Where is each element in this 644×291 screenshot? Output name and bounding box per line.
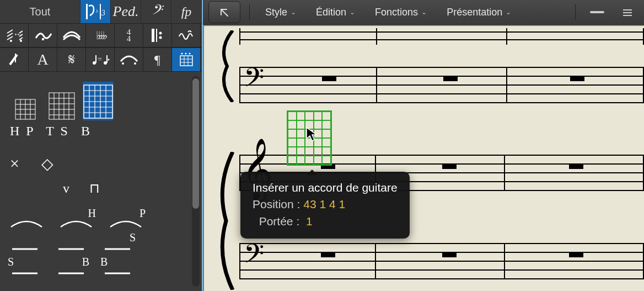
slur-p[interactable]: P <box>109 217 142 229</box>
chord-grid-medium[interactable] <box>46 82 77 120</box>
nav-up-button[interactable] <box>208 1 240 23</box>
palette-scrollbar[interactable] <box>192 76 200 287</box>
tool-slur-tuplet[interactable] <box>115 48 143 71</box>
bass-clef-icon: 𝄢 <box>244 239 264 276</box>
svg-rect-9 <box>156 29 157 42</box>
chord-labels: H P T S B <box>10 124 192 139</box>
tool-slash[interactable] <box>0 48 29 71</box>
menu-fonctions-label: Fonctions <box>375 7 418 18</box>
menu-style-label: Style <box>265 7 287 18</box>
menu-style[interactable]: Style ⌄ <box>259 4 303 20</box>
symbol-diamond[interactable]: ◇ <box>41 155 53 173</box>
svg-point-10 <box>159 32 162 35</box>
svg-point-28 <box>185 52 186 54</box>
tool-repeat[interactable] <box>143 24 172 47</box>
tooltip-title: Insérer un accord de guitare <box>253 179 398 196</box>
view-mode-1[interactable] <box>584 6 610 19</box>
tool-tremolo[interactable]: ↔ <box>0 24 29 47</box>
svg-point-29 <box>189 52 190 54</box>
view-mode-2[interactable] <box>616 6 638 19</box>
slur-section: H P <box>10 213 192 278</box>
bass-clef-icon: 𝄢 <box>244 62 264 100</box>
svg-rect-8 <box>152 29 154 42</box>
svg-point-7 <box>41 38 44 40</box>
tool-trill[interactable] <box>172 24 201 47</box>
tab-tout[interactable]: Tout <box>0 0 80 23</box>
svg-rect-22 <box>180 56 192 66</box>
turn-icon <box>34 29 52 41</box>
clef-compound-icon: ♭ 3 <box>86 4 105 19</box>
tab-dynamics[interactable]: fp <box>171 0 202 23</box>
slur-plain-2[interactable] <box>10 241 40 253</box>
menu-presentation[interactable]: Présentation ⌄ <box>440 4 518 20</box>
toolbox-row-2: A 𝄋 = ¶ <box>0 47 202 72</box>
slur-plain-3[interactable] <box>56 241 86 253</box>
arrow-up-left-icon <box>219 7 229 17</box>
flats-icon: ♭♭♭♭ <box>96 29 105 42</box>
app-root: Tout ♭ 3 Ped. 𝄢 fp <box>0 0 644 291</box>
score-toolbar: Style ⌄ Édition ⌄ Fonctions ⌄ Présentati… <box>203 0 644 25</box>
repeat-bar-icon <box>151 28 165 43</box>
tool-timesig[interactable]: 44 <box>115 24 143 47</box>
fp-icon: fp <box>181 4 192 19</box>
tool-segno[interactable]: 𝄋 <box>57 48 86 71</box>
menu-edition[interactable]: Édition ⌄ <box>309 4 362 20</box>
slur-h-letter: H <box>88 207 96 220</box>
view-lines-icon <box>590 8 604 17</box>
segno-icon: 𝄋 <box>68 51 75 69</box>
brace-icon <box>214 152 236 290</box>
score-canvas[interactable]: 𝄢 𝄞 𝄢 <box>203 25 644 291</box>
staff: 𝄢 <box>239 243 644 279</box>
symbol-downbow[interactable]: ⊓ <box>89 181 100 196</box>
chord-grid-icon <box>49 89 75 120</box>
tool-paragraph[interactable]: ¶ <box>143 48 172 71</box>
tool-keysig[interactable]: ♭♭♭♭ <box>86 24 115 47</box>
svg-rect-2 <box>100 4 101 19</box>
symbol-upbow[interactable]: v <box>63 181 69 196</box>
svg-text:♭: ♭ <box>95 8 98 14</box>
tab-clefs[interactable]: ♭ 3 <box>80 0 111 23</box>
svg-point-11 <box>159 36 162 39</box>
tool-text[interactable]: A <box>29 48 57 71</box>
slur-b-letter: B <box>82 256 89 268</box>
tab-pedal[interactable]: Ped. <box>111 0 141 23</box>
tool-dynamic-curve[interactable] <box>57 24 86 47</box>
toolbox-row-1: ↔ ♭♭♭♭ 44 <box>0 23 202 47</box>
slur-s-letter: S <box>8 256 14 268</box>
tool-turn[interactable] <box>29 24 57 47</box>
svg-point-6 <box>20 40 22 42</box>
inspector-panel: Tout ♭ 3 Ped. 𝄢 fp <box>0 0 203 291</box>
dyn-curve-icon <box>62 30 81 41</box>
svg-point-4 <box>10 40 12 42</box>
slur-s2[interactable]: S <box>10 266 40 278</box>
chord-size-row <box>10 82 192 120</box>
svg-point-20 <box>122 62 124 65</box>
slur-h[interactable]: H <box>60 217 93 229</box>
symbol-x[interactable]: × <box>10 154 19 173</box>
slur-p-letter: P <box>139 207 146 220</box>
tooltip-staff-value: 1 <box>306 213 313 230</box>
palette-scroll-thumb[interactable] <box>192 78 199 209</box>
pilcrow-icon: ¶ <box>154 52 160 67</box>
svg-point-21 <box>134 62 136 65</box>
score-panel: Style ⌄ Édition ⌄ Fonctions ⌄ Présentati… <box>203 0 644 291</box>
chord-grid-small[interactable] <box>10 82 41 120</box>
bass-clef-icon: 𝄢 <box>151 2 162 22</box>
slur-tuplet-icon <box>120 54 138 66</box>
tool-swing[interactable]: = <box>86 48 115 71</box>
text-a-icon: A <box>37 51 48 68</box>
slur-s1[interactable]: S <box>103 241 132 253</box>
slur-plain-1[interactable] <box>10 217 43 229</box>
slur-b2[interactable]: B <box>103 266 132 278</box>
menu-fonctions[interactable]: Fonctions ⌄ <box>368 4 433 20</box>
timesig-icon: 44 <box>127 29 131 42</box>
chord-grid-drag-preview[interactable] <box>287 110 332 166</box>
svg-line-12 <box>10 55 17 65</box>
palette-holder: H P T S B × ◇ v ⊓ H <box>0 72 202 291</box>
view-text-icon <box>622 8 633 17</box>
slur-b1[interactable]: B <box>56 266 86 278</box>
chord-grid-large[interactable] <box>83 82 114 120</box>
tab-bass-clef[interactable]: 𝄢 <box>141 0 171 23</box>
chevron-down-icon: ⌄ <box>291 8 296 16</box>
tool-chordgrid[interactable] <box>172 48 201 71</box>
